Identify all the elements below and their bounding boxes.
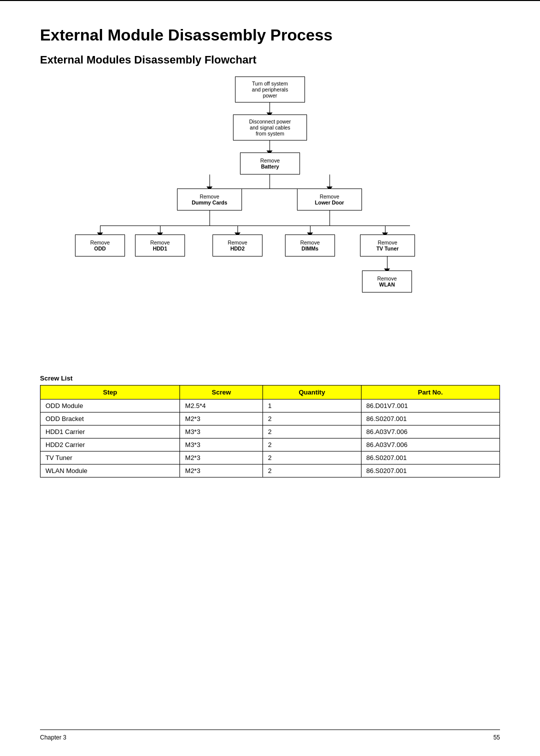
table-row: WLAN ModuleM2*3286.S0207.001 (40, 464, 500, 478)
table-cell-step: WLAN Module (40, 464, 180, 478)
table-cell-screw: M2*3 (180, 412, 263, 426)
table-cell-screw: M2.5*4 (180, 400, 263, 412)
fc-node-dummy-cards: RemoveDummy Cards (177, 188, 242, 210)
table-cell-part_no: 86.S0207.001 (361, 412, 500, 426)
fc-node-disconnect: Disconnect powerand signal cablesfrom sy… (233, 114, 307, 140)
footer-page: 55 (494, 734, 500, 741)
fc-node-wlan: RemoveWLAN (362, 270, 412, 292)
col-header-screw: Screw (180, 386, 263, 400)
table-cell-quantity: 2 (263, 438, 361, 452)
table-cell-screw: M3*3 (180, 438, 263, 452)
table-row: HDD1 CarrierM3*3286.A03V7.006 (40, 426, 500, 438)
table-cell-screw: M3*3 (180, 426, 263, 438)
screw-table: Step Screw Quantity Part No. ODD ModuleM… (40, 385, 500, 478)
table-cell-step: TV Tuner (40, 452, 180, 464)
footer-chapter: Chapter 3 (40, 734, 66, 741)
table-row: TV TunerM2*3286.S0207.001 (40, 452, 500, 464)
fc-node-hdd1: RemoveHDD1 (135, 234, 185, 256)
flowchart-container: Turn off systemand peripheralspower Disc… (40, 76, 500, 356)
fc-node-odd: RemoveODD (75, 234, 125, 256)
col-header-quantity: Quantity (263, 386, 361, 400)
fc-node-hdd2: RemoveHDD2 (212, 234, 262, 256)
table-cell-screw: M2*3 (180, 452, 263, 464)
table-cell-part_no: 86.D01V7.001 (361, 400, 500, 412)
table-cell-part_no: 86.A03V7.006 (361, 426, 500, 438)
page-title: External Module Disassembly Process (40, 26, 500, 44)
table-cell-step: ODD Bracket (40, 412, 180, 426)
table-cell-quantity: 2 (263, 412, 361, 426)
table-cell-part_no: 86.S0207.001 (361, 452, 500, 464)
fc-node-dimms: RemoveDIMMs (285, 234, 335, 256)
table-row: ODD BracketM2*3286.S0207.001 (40, 412, 500, 426)
table-cell-quantity: 1 (263, 400, 361, 412)
table-cell-step: ODD Module (40, 400, 180, 412)
table-cell-part_no: 86.A03V7.006 (361, 438, 500, 452)
table-cell-quantity: 2 (263, 452, 361, 464)
footer: Chapter 3 55 (40, 730, 500, 741)
flowchart: Turn off systemand peripheralspower Disc… (55, 76, 485, 356)
col-header-partno: Part No. (361, 386, 500, 400)
table-cell-screw: M2*3 (180, 464, 263, 478)
page: External Module Disassembly Process Exte… (0, 0, 540, 756)
section-title: External Modules Disassembly Flowchart (40, 54, 500, 66)
fc-node-lower-door: RemoveLower Door (297, 188, 362, 210)
table-cell-step: HDD1 Carrier (40, 426, 180, 438)
screw-list-title: Screw List (40, 374, 500, 382)
fc-node-tv-tuner: RemoveTV Tuner (360, 234, 415, 256)
table-cell-step: HDD2 Carrier (40, 438, 180, 452)
table-row: HDD2 CarrierM3*3286.A03V7.006 (40, 438, 500, 452)
col-header-step: Step (40, 386, 180, 400)
screw-list-section: Screw List Step Screw Quantity Part No. … (40, 374, 500, 478)
table-cell-quantity: 2 (263, 426, 361, 438)
table-row: ODD ModuleM2.5*4186.D01V7.001 (40, 400, 500, 412)
fc-node-turnoff: Turn off systemand peripheralspower (235, 76, 305, 102)
table-cell-quantity: 2 (263, 464, 361, 478)
fc-node-battery: RemoveBattery (240, 152, 300, 174)
table-cell-part_no: 86.S0207.001 (361, 464, 500, 478)
